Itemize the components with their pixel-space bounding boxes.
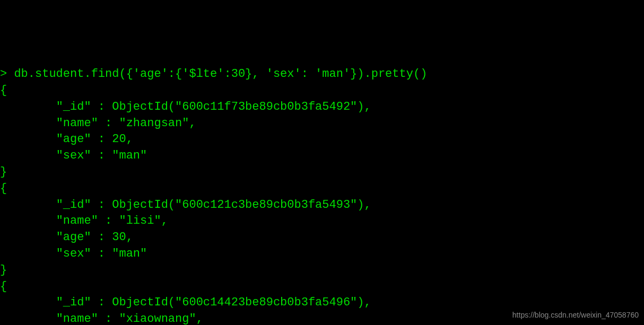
- result-id: "_id" : ObjectId("600c11f73be89cb0b3fa54…: [0, 99, 644, 116]
- result-id: "_id" : ObjectId("600c14423be89cb0b3fa54…: [0, 295, 644, 311]
- brace-open: {: [0, 279, 644, 295]
- result-age: "age" : 20,: [0, 131, 644, 148]
- brace-open: {: [0, 83, 644, 99]
- brace-close: }: [0, 262, 644, 279]
- brace-open: {: [0, 181, 644, 197]
- result-id: "_id" : ObjectId("600c121c3be89cb0b3fa54…: [0, 197, 644, 214]
- command-text: db.student.find({'age':{'$lte':30}, 'sex…: [14, 67, 427, 81]
- result-age: "age" : 30,: [0, 230, 644, 246]
- terminal-output: > db.student.find({'age':{'$lte':30}, 's…: [0, 65, 644, 325]
- result-sex: "sex" : "man": [0, 246, 644, 262]
- result-name: "name" : "lisi",: [0, 213, 644, 230]
- prompt-char: >: [0, 67, 7, 81]
- result-name: "name" : "zhangsan",: [0, 116, 644, 132]
- command-line[interactable]: > db.student.find({'age':{'$lte':30}, 's…: [0, 66, 644, 83]
- brace-close: }: [0, 164, 644, 181]
- result-sex: "sex" : "man": [0, 148, 644, 164]
- watermark: https://blog.csdn.net/weixin_47058760: [512, 310, 639, 321]
